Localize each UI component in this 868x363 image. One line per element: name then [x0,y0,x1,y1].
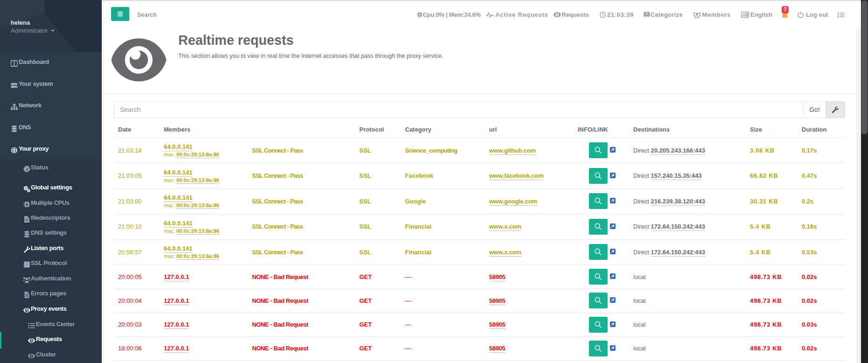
svg-text:A: A [742,13,745,17]
